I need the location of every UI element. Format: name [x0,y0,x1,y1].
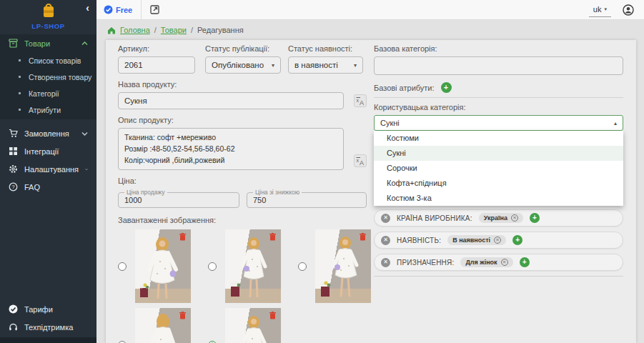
remove-value-button[interactable]: ✕ [494,237,501,244]
sidebar-item-label: FAQ [24,183,88,192]
product-image-3 [315,229,371,303]
chevron-down-icon: ▾ [604,6,607,12]
sale-price-field[interactable]: Ціна продажу 1000 [118,189,239,208]
attribute-value-chip: Для жінок ✕ [460,257,512,267]
open-in-new-icon [150,5,159,14]
image-select-radio-2[interactable] [208,262,217,271]
products-box-icon [9,39,18,48]
sku-label: Артикул: [118,44,195,53]
bullet-icon [19,109,21,111]
account-icon [623,4,634,16]
help-icon: ? [9,182,18,192]
product-image-2 [225,229,281,303]
topbar: Free uk ▾ [96,0,644,20]
product-image-5 [225,308,281,343]
attribute-row-purpose: ✕ ПРИЗНАЧЕННЯ: Для жінок ✕ + [374,254,623,271]
brand-name: LP-SHOP [0,22,96,30]
svg-text:A: A [360,99,364,106]
shop-bag-icon [41,4,56,18]
delete-image-button[interactable] [269,232,276,243]
dropdown-option-kostiumy[interactable]: Костюми [374,131,623,146]
delete-image-button[interactable] [179,311,186,322]
custom-category-select[interactable]: Сукні ▴ [374,115,623,131]
sidebar-item-label: Тарифи [24,305,88,314]
sidebar-item-tariffs[interactable]: Тарифи [0,300,96,318]
add-value-button[interactable]: + [512,235,522,245]
sidebar-item-integrations[interactable]: Інтеграції [0,142,96,160]
sidebar-item-settings[interactable]: Налаштування [0,160,96,178]
sidebar-item-product-list[interactable]: Список товарів [0,52,96,69]
delete-image-button[interactable] [179,232,186,243]
chevron-up-icon: ▴ [614,120,617,126]
headset-icon [9,322,18,332]
dropdown-option-sukni[interactable]: Сукні [374,146,623,161]
add-value-button[interactable]: + [530,213,540,223]
translate-name-button[interactable]: x A [354,94,367,107]
stock-status-label: Статус наявності: [288,44,363,53]
breadcrumb-separator: / [154,26,157,34]
attribute-name: КРАЇНА ВИРОБНИКА: [397,214,472,222]
description-textarea[interactable]: Тканина: софт +мереживо Розмір :48-50,52… [118,128,344,170]
edit-product-card: Артикул: 2061 Статус публікації: Опублік… [106,40,636,343]
attribute-name: ПРИЗНАЧЕННЯ: [397,259,454,267]
remove-value-button[interactable]: ✕ [511,214,518,222]
product-image-4 [135,308,191,343]
stock-status-select[interactable]: в наявності ▾ [288,56,363,74]
product-name-input[interactable]: Сукня [118,92,344,109]
sidebar-item-faq[interactable]: ? FAQ [0,178,96,196]
image-select-radio-1[interactable] [118,262,127,271]
base-category-input[interactable] [374,56,623,75]
app-root: LP-SHOP ‹ Товари Список товарів [0,0,644,343]
sidebar-collapse-button[interactable]: ‹ [86,3,89,13]
sku-input[interactable]: 2061 [118,56,195,74]
delete-image-button[interactable] [269,311,276,322]
sidebar-item-categories[interactable]: Категорії [0,85,96,101]
check-circle-icon [9,304,18,314]
discount-price-field[interactable]: Ціна зі знижкою 750 [247,189,367,208]
sale-price-value: 1000 [124,196,233,204]
dropdown-option-kofta[interactable]: Кофта+спідниця [374,176,623,191]
language-select[interactable]: uk ▾ [589,3,611,17]
remove-attribute-button[interactable]: ✕ [381,236,390,245]
remove-value-button[interactable]: ✕ [501,259,508,266]
topbar-right: uk ▾ [589,3,634,17]
publication-status-select[interactable]: Опубліковано ▾ [205,56,281,74]
sidebar-item-orders[interactable]: Замовлення [0,124,96,142]
add-value-button[interactable]: + [520,257,530,267]
dropdown-option-kostium3[interactable]: Костюм 3-ка [374,191,623,206]
images-section-label: Завантаженні зображення: [118,216,367,224]
remove-attribute-button[interactable]: ✕ [381,258,390,267]
svg-text:x: x [357,98,360,103]
add-attribute-button[interactable]: + [441,82,452,93]
sidebar-item-products[interactable]: Товари [0,34,96,52]
sidebar-item-label: Атрибути [29,106,61,114]
remove-attribute-button[interactable]: ✕ [381,214,390,223]
image-select-radio-3[interactable] [298,262,307,271]
price-section-label: Ціна: [118,177,367,185]
chevron-up-icon [81,41,88,46]
bullet-icon [19,92,21,94]
open-shop-button[interactable] [150,5,159,14]
trash-icon [269,233,276,241]
svg-text:x: x [357,158,360,163]
translate-icon: x A [356,96,365,105]
breadcrumb-products[interactable]: Товари [161,26,187,34]
sidebar-item-product-create[interactable]: Створення товару [0,69,96,85]
custom-category-dropdown: Костюми Сукні Сорочки Кофта+спідниця Кос… [374,131,623,206]
sidebar-item-label: Категорії [29,89,59,98]
delete-image-button[interactable] [360,232,366,243]
dropdown-option-sorochky[interactable]: Сорочки [374,161,623,176]
custom-category-value: Сукні [380,119,400,127]
sidebar-item-label: Інтеграції [24,147,88,156]
translate-description-button[interactable]: x A [354,154,367,167]
account-button[interactable] [623,4,634,16]
sidebar-item-support[interactable]: Техпідтримка [0,318,96,336]
language-value: uk [593,5,602,14]
breadcrumb-home[interactable]: Головна [120,26,150,34]
plan-badge[interactable]: Free [104,5,132,14]
stock-status-value: в наявності [294,61,338,69]
brand-logo[interactable]: LP-SHOP [0,4,96,30]
sidebar-footer-strip [0,337,96,343]
sidebar-item-attributes[interactable]: Атрибути [0,101,96,118]
sidebar-item-label: Замовлення [24,129,75,138]
